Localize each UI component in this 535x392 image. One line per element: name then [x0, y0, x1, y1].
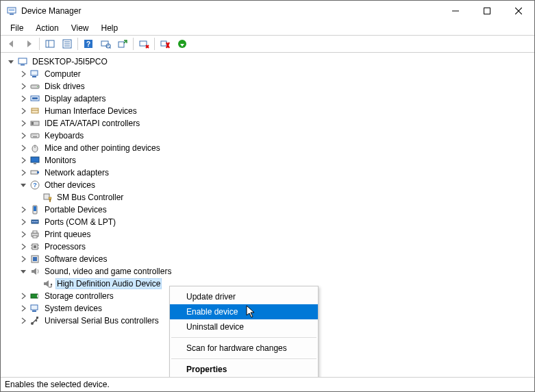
context-menu-enable-device[interactable]: Enable device: [170, 304, 318, 319]
svg-point-53: [34, 221, 36, 223]
chevron-right-icon[interactable]: [18, 205, 28, 215]
tree-item-label: Disk drives: [43, 82, 86, 91]
tree-category-row[interactable]: ? Other devices: [18, 179, 533, 191]
context-menu-uninstall-device[interactable]: Uninstall device: [170, 319, 318, 334]
software-device-icon: [29, 254, 40, 265]
system-device-icon: [29, 303, 40, 314]
tree-category-row[interactable]: Print queues: [18, 228, 533, 241]
tree-item-label: Processors: [43, 242, 87, 252]
tree-item-label: Mice and other pointing devices: [43, 143, 162, 153]
chevron-right-icon[interactable]: [18, 156, 28, 165]
tree-category-row[interactable]: Sound, video and game controllers: [18, 265, 533, 278]
tree-category-row[interactable]: Disk drives: [18, 80, 533, 93]
svg-rect-1: [10, 14, 14, 15]
tree-category-row[interactable]: Mice and other pointing devices: [18, 142, 533, 154]
tree-category-row[interactable]: Keyboards: [18, 130, 533, 142]
tree-item-label: Display adapters: [43, 94, 107, 103]
menu-action[interactable]: Action: [30, 23, 64, 34]
tree-category-row[interactable]: Software devices: [18, 253, 533, 265]
chevron-right-icon[interactable]: [18, 168, 28, 177]
chevron-right-icon[interactable]: [18, 131, 28, 140]
chevron-down-icon[interactable]: [6, 57, 16, 66]
svg-rect-40: [31, 157, 39, 162]
minimize-button[interactable]: [440, 1, 471, 21]
ports-icon: [29, 217, 40, 228]
chevron-down-icon[interactable]: [18, 267, 28, 276]
svg-point-54: [36, 221, 38, 223]
context-menu-update-driver[interactable]: Update driver: [170, 289, 318, 304]
status-text: Enables the selected device.: [5, 380, 110, 389]
chevron-right-icon[interactable]: [18, 304, 28, 313]
menu-help[interactable]: Help: [96, 23, 124, 34]
toolbar-separator: [39, 38, 40, 50]
tree-device-row[interactable]: ! SM Bus Controller: [31, 191, 533, 204]
menu-view[interactable]: View: [66, 23, 95, 34]
chevron-right-icon[interactable]: [18, 230, 28, 239]
chevron-right-icon[interactable]: [18, 106, 28, 116]
tree-item-label: Print queues: [43, 230, 92, 239]
svg-text:?: ?: [33, 182, 37, 188]
context-menu-separator: [171, 358, 316, 359]
svg-rect-31: [32, 122, 34, 125]
close-button[interactable]: [503, 1, 534, 21]
disable-device-button[interactable]: [157, 36, 173, 51]
display-adapter-icon: [29, 93, 40, 104]
context-menu-properties[interactable]: Properties: [170, 362, 318, 377]
chevron-right-icon[interactable]: [18, 217, 28, 227]
scan-hardware-button[interactable]: [97, 36, 114, 51]
tree-category-row[interactable]: Ports (COM & LPT): [18, 216, 533, 228]
svg-point-74: [36, 320, 38, 322]
context-menu-separator: [171, 337, 316, 338]
update-driver-button[interactable]: [114, 36, 131, 51]
mouse-icon: [29, 143, 40, 154]
window-title: Device Manager: [21, 6, 440, 16]
device-tree[interactable]: DESKTOP-J5I5PCO Computer: [1, 53, 534, 378]
svg-rect-56: [33, 231, 37, 233]
svg-rect-46: [44, 194, 49, 199]
tree-category-row[interactable]: Display adapters: [18, 93, 533, 105]
show-hide-tree-button[interactable]: [42, 36, 58, 51]
tree-item-label: Other devices: [43, 180, 97, 190]
enable-device-button[interactable]: [174, 36, 190, 51]
tree-category-row[interactable]: Monitors: [18, 154, 533, 167]
tree-root-row[interactable]: DESKTOP-J5I5PCO: [6, 56, 533, 68]
menu-file[interactable]: File: [5, 23, 29, 34]
tree-item-label: Software devices: [43, 254, 108, 264]
context-menu-scan-hardware[interactable]: Scan for hardware changes: [170, 341, 318, 356]
tree-category-row[interactable]: Computer: [18, 68, 533, 80]
chevron-right-icon[interactable]: [18, 119, 28, 128]
maximize-button[interactable]: [471, 1, 503, 21]
chevron-right-icon[interactable]: [18, 69, 28, 79]
svg-rect-2: [9, 9, 14, 10]
tree-category-row[interactable]: Portable Devices: [18, 204, 533, 216]
svg-rect-20: [18, 58, 27, 64]
properties-button[interactable]: [59, 36, 75, 51]
svg-rect-5: [46, 40, 54, 47]
chevron-right-icon[interactable]: [18, 143, 28, 153]
tree-item-label: IDE ATA/ATAPI controllers: [43, 119, 141, 128]
svg-point-25: [37, 86, 38, 88]
tree-item-label: Computer: [43, 69, 82, 79]
help-button[interactable]: ?: [80, 36, 97, 51]
svg-rect-4: [484, 8, 490, 14]
svg-rect-50: [34, 206, 36, 211]
chevron-right-icon[interactable]: [18, 94, 28, 103]
chevron-down-icon[interactable]: [18, 180, 28, 190]
svg-rect-16: [119, 42, 124, 47]
tree-category-row[interactable]: Human Interface Devices: [18, 105, 533, 117]
chevron-right-icon[interactable]: [18, 242, 28, 252]
tree-category-row[interactable]: IDE ATA/ATAPI controllers: [18, 117, 533, 130]
disk-icon: [29, 81, 40, 92]
menubar: File Action View Help: [1, 21, 534, 35]
chevron-right-icon[interactable]: [18, 316, 28, 326]
forward-button[interactable]: [21, 36, 37, 51]
svg-rect-17: [140, 41, 147, 46]
chevron-right-icon[interactable]: [18, 254, 28, 264]
chevron-right-icon[interactable]: [18, 82, 28, 91]
uninstall-device-button[interactable]: [136, 36, 152, 51]
chevron-right-icon[interactable]: [18, 291, 28, 301]
back-button[interactable]: [3, 36, 20, 51]
tree-category-row[interactable]: Network adapters: [18, 167, 533, 179]
monitor-icon: [29, 155, 40, 166]
tree-category-row[interactable]: Processors: [18, 241, 533, 253]
